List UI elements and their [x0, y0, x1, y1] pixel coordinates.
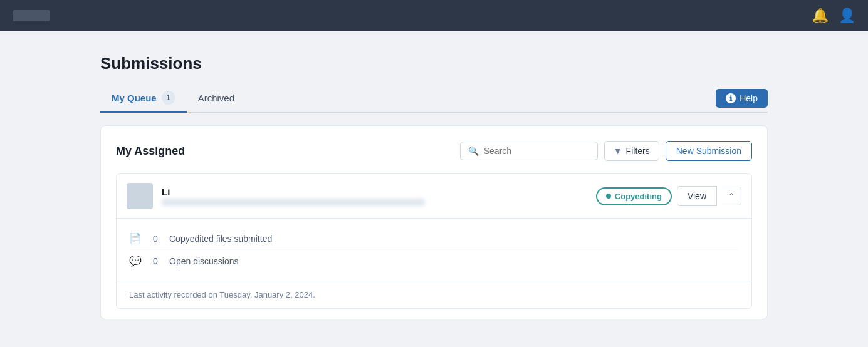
submission-author: Li — [162, 187, 587, 197]
submission-details: 📄 0 Copyedited files submitted 💬 0 Open … — [117, 219, 751, 281]
help-label: Help — [740, 93, 758, 103]
discussions-icon: 💬 — [129, 255, 142, 267]
discussions-label: Open discussions — [169, 256, 239, 266]
tab-archived-label: Archived — [198, 93, 234, 103]
stage-label: Copyediting — [615, 192, 662, 201]
files-count: 0 — [149, 234, 162, 244]
files-label: Copyedited files submitted — [169, 234, 272, 244]
last-activity: Last activity recorded on Tuesday, Janua… — [117, 281, 751, 308]
page-content: Submissions My Queue 1 Archived ℹ Help M… — [0, 31, 868, 319]
detail-item-files: 📄 0 Copyedited files submitted — [129, 227, 739, 250]
search-wrap[interactable]: 🔍 — [460, 142, 598, 160]
filters-label: Filters — [626, 146, 650, 156]
search-input[interactable] — [484, 146, 590, 156]
tab-my-queue[interactable]: My Queue 1 — [100, 85, 187, 113]
assigned-title: My Assigned — [116, 145, 185, 158]
new-submission-button[interactable]: New Submission — [666, 141, 752, 161]
main-card: My Assigned 🔍 ▼ Filters New Submission L… — [100, 125, 768, 319]
filters-button[interactable]: ▼ Filters — [604, 141, 659, 161]
notification-icon[interactable]: 🔔 — [812, 8, 829, 24]
expand-icon: ⌃ — [728, 192, 735, 200]
submission-meta-blurred — [162, 199, 425, 206]
tabs-bar: My Queue 1 Archived ℹ Help — [100, 85, 768, 113]
tab-archived[interactable]: Archived — [187, 86, 246, 111]
detail-item-discussions: 💬 0 Open discussions — [129, 250, 739, 272]
stage-badge: Copyediting — [596, 187, 672, 205]
submission-info: Li — [162, 187, 587, 206]
files-icon: 📄 — [129, 232, 142, 244]
view-button[interactable]: View — [677, 186, 717, 206]
search-icon: 🔍 — [468, 146, 479, 156]
tab-my-queue-label: My Queue — [112, 93, 157, 103]
assigned-controls: 🔍 ▼ Filters New Submission — [460, 141, 752, 161]
expand-button[interactable]: ⌃ — [722, 187, 741, 205]
page-title: Submissions — [100, 54, 768, 73]
stage-dot-icon — [606, 194, 611, 199]
logo — [13, 10, 50, 21]
filter-icon: ▼ — [614, 146, 622, 156]
topnav: 🔔 👤 — [0, 0, 868, 31]
discussions-count: 0 — [149, 256, 162, 266]
submission-meta — [162, 199, 587, 206]
tabs-left: My Queue 1 Archived — [100, 85, 246, 112]
submission-thumbnail — [127, 183, 153, 209]
topnav-icons: 🔔 👤 — [812, 8, 855, 24]
submission-row: Li Copyediting View ⌃ — [116, 174, 752, 309]
submission-row-header: Li Copyediting View ⌃ — [117, 174, 751, 219]
submission-actions: Copyediting View ⌃ — [596, 186, 741, 206]
user-avatar-icon[interactable]: 👤 — [839, 8, 855, 24]
tab-my-queue-badge: 1 — [162, 91, 175, 105]
help-button[interactable]: ℹ Help — [716, 89, 768, 108]
help-icon: ℹ — [726, 93, 736, 103]
assigned-header: My Assigned 🔍 ▼ Filters New Submission — [116, 141, 752, 161]
